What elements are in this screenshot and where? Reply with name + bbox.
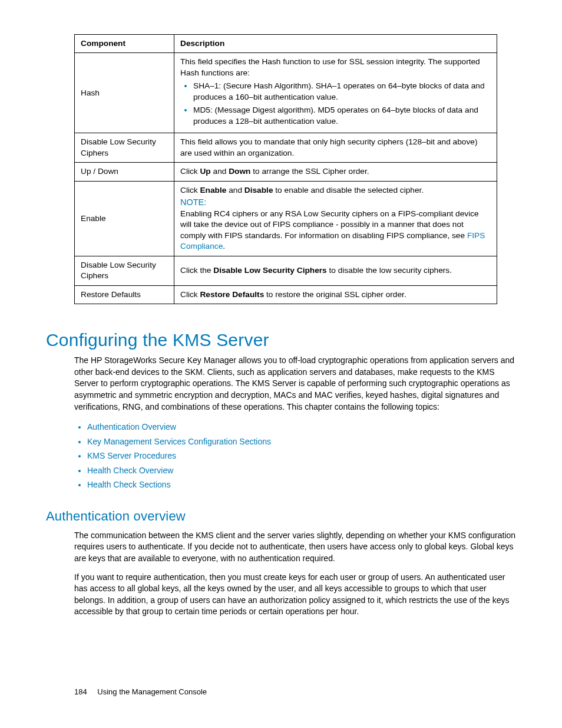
section-intro: The HP StorageWorks Secure Key Manager a… [74,355,520,413]
page-number: 184 [74,687,87,696]
hash-bullets: SHA–1: (Secure Hash Algorithm). SHA–1 op… [180,81,491,127]
table-row: Enable Click Enable and Disable to enabl… [75,181,497,256]
topic-list: Authentication Overview Key Management S… [74,420,520,492]
subsection-title-auth: Authentication overview [46,509,520,524]
cell-description: Click Restore Defaults to restore the or… [174,285,497,304]
topic-health-sections[interactable]: Health Check Sections [87,477,520,492]
table-row: Up / Down Click Up and Down to arrange t… [75,163,497,181]
bold-restore: Restore Defaults [200,290,264,299]
bold-up: Up [200,167,210,176]
bold-down: Down [229,167,250,176]
text: to enable and disable the selected ciphe… [273,186,424,195]
cell-component: Enable [75,181,174,256]
footer-section: Using the Management Console [97,687,207,696]
topic-auth-overview[interactable]: Authentication Overview [87,420,520,434]
table-row: Restore Defaults Click Restore Defaults … [75,285,497,304]
cell-component: Hash [75,53,174,133]
bold-disable-ciphers: Disable Low Security Ciphers [213,266,326,275]
component-table: Component Description Hash This field sp… [74,34,497,304]
topic-kms-config-sections[interactable]: Key Management Services Configuration Se… [87,434,520,449]
topic-health-overview[interactable]: Health Check Overview [87,463,520,478]
text: to arrange the SSL Cipher order. [250,167,369,176]
text: Click [180,290,200,299]
page-footer: 184 Using the Management Console [74,687,207,696]
bold-disable: Disable [244,186,273,195]
text: to disable the low security ciphers. [327,266,452,275]
cell-description: Click Enable and Disable to enable and d… [174,181,497,256]
cell-component: Disable Low Security Ciphers [75,133,174,163]
text: and [226,186,244,195]
cell-description: This field specifies the Hash function t… [174,53,497,133]
auth-paragraph-2: If you want to require authentication, t… [74,572,520,618]
cell-component: Restore Defaults [75,285,174,304]
bold-enable: Enable [200,186,226,195]
hash-bullet-md5: MD5: (Message Digest algorithm). MD5 ope… [193,105,491,127]
text: Click [180,167,200,176]
cell-description: This field allows you to mandate that on… [174,133,497,163]
text: to restore the original SSL cipher order… [264,290,406,299]
cell-description: Click Up and Down to arrange the SSL Cip… [174,163,497,181]
hash-bullet-sha1: SHA–1: (Secure Hash Algorithm). SHA–1 op… [193,81,491,103]
section-title-kms: Configuring the KMS Server [46,330,520,350]
cell-description: Click the Disable Low Security Ciphers t… [174,256,497,285]
table-row: Hash This field specifies the Hash funct… [75,53,497,133]
note-body: Enabling RC4 ciphers or any RSA Low Secu… [180,209,479,240]
table-row: Disable Low Security Ciphers This field … [75,133,497,163]
text: and [211,167,229,176]
table-header-description: Description [174,35,497,53]
note-label: NOTE: [180,197,491,209]
text: Click the [180,266,213,275]
auth-paragraph-1: The communication between the KMS client… [74,530,520,565]
table-row: Disable Low Security Ciphers Click the D… [75,256,497,285]
text: . [223,242,225,251]
text: Click [180,186,200,195]
topic-kms-procedures[interactable]: KMS Server Procedures [87,449,520,463]
hash-intro: This field specifies the Hash function t… [180,57,480,77]
cell-component: Disable Low Security Ciphers [75,256,174,285]
cell-component: Up / Down [75,163,174,181]
table-header-component: Component [75,35,174,53]
